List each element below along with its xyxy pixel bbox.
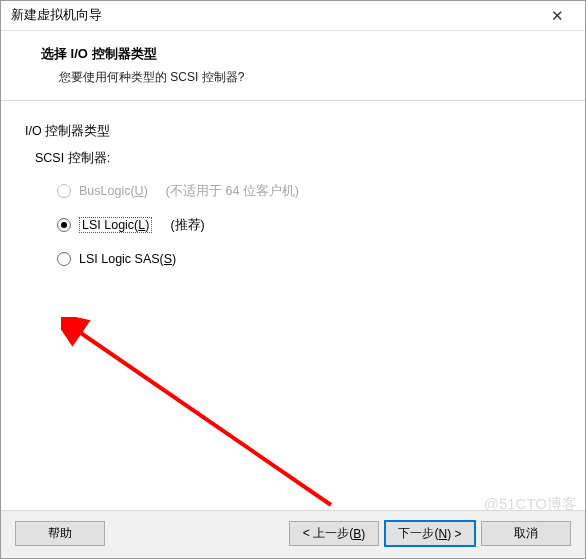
back-button[interactable]: < 上一步(B) xyxy=(289,521,379,546)
radio-dot-icon xyxy=(61,222,67,228)
wizard-content: I/O 控制器类型 SCSI 控制器: BusLogic(U) (不适用于 64… xyxy=(1,101,585,510)
radio-option-lsilogic[interactable]: LSI Logic(L) (推荐) xyxy=(57,215,561,235)
radio-icon xyxy=(57,218,71,232)
page-title: 选择 I/O 控制器类型 xyxy=(41,45,561,63)
cancel-button[interactable]: 取消 xyxy=(481,521,571,546)
svg-line-0 xyxy=(75,329,331,505)
close-icon: ✕ xyxy=(551,8,564,23)
radio-label: LSI Logic SAS(S) xyxy=(79,252,176,266)
annotation-arrow-icon xyxy=(61,317,341,517)
radio-icon xyxy=(57,184,71,198)
titlebar: 新建虚拟机向导 ✕ xyxy=(1,1,585,31)
scsi-label: SCSI 控制器: xyxy=(35,150,561,167)
next-button[interactable]: 下一步(N) > xyxy=(385,521,475,546)
radio-label: BusLogic(U) xyxy=(79,184,148,198)
radio-hint: (推荐) xyxy=(170,217,204,234)
window-title: 新建虚拟机向导 xyxy=(11,7,537,24)
radio-hint: (不适用于 64 位客户机) xyxy=(166,183,299,200)
radio-icon xyxy=(57,252,71,266)
radio-option-lsisas[interactable]: LSI Logic SAS(S) xyxy=(57,249,561,269)
page-subtitle: 您要使用何种类型的 SCSI 控制器? xyxy=(59,69,561,86)
radio-option-buslogic: BusLogic(U) (不适用于 64 位客户机) xyxy=(57,181,561,201)
wizard-header: 选择 I/O 控制器类型 您要使用何种类型的 SCSI 控制器? xyxy=(1,31,585,101)
radio-label: LSI Logic(L) xyxy=(79,217,152,233)
help-button[interactable]: 帮助 xyxy=(15,521,105,546)
group-label: I/O 控制器类型 xyxy=(25,123,561,140)
radio-group: BusLogic(U) (不适用于 64 位客户机) LSI Logic(L) … xyxy=(57,181,561,269)
close-button[interactable]: ✕ xyxy=(537,2,577,30)
wizard-window: 新建虚拟机向导 ✕ 选择 I/O 控制器类型 您要使用何种类型的 SCSI 控制… xyxy=(0,0,586,559)
wizard-footer: 帮助 < 上一步(B) 下一步(N) > 取消 xyxy=(1,510,585,558)
